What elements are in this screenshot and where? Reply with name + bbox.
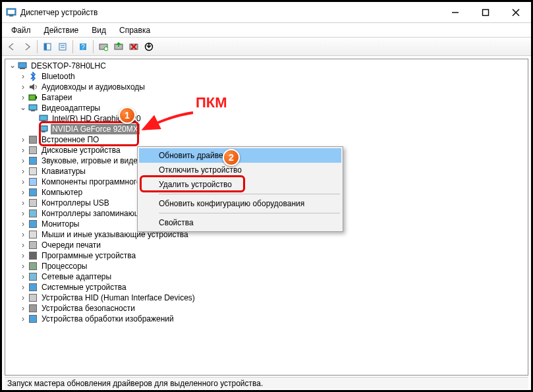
tree-display-adapters[interactable]: Видеоадаптеры (7, 103, 528, 113)
display-icon (28, 103, 38, 113)
expand-icon[interactable] (18, 134, 28, 146)
printer-icon (28, 240, 38, 250)
tree-network-adapters[interactable]: Сетевые адаптеры (7, 271, 528, 282)
expand-icon[interactable] (18, 155, 28, 167)
tree-label: Дисковые устройства (40, 145, 122, 155)
tree-label: Клавиатуры (40, 166, 87, 177)
tree-label: NVIDIA GeForce 920MX (51, 124, 140, 134)
close-button[interactable] (501, 2, 531, 22)
tree-system-devices[interactable]: Системные устройства (7, 282, 528, 293)
system-icon (28, 282, 38, 293)
expand-icon[interactable] (18, 261, 28, 272)
toolbar-sep (37, 40, 38, 53)
tree-batteries[interactable]: Батареи (7, 92, 528, 103)
svg-rect-1 (8, 10, 14, 14)
expand-icon[interactable] (8, 61, 17, 72)
window-controls (440, 2, 531, 22)
expand-icon[interactable] (18, 82, 28, 93)
expand-icon[interactable] (18, 219, 28, 230)
svg-rect-28 (42, 121, 45, 122)
tree-hid[interactable]: Устройства HID (Human Interface Devices) (7, 293, 528, 303)
expand-icon[interactable] (18, 103, 28, 114)
ctx-disable-device[interactable]: Отключить устройство (139, 163, 341, 177)
hid-icon (28, 293, 38, 303)
gear-icon (28, 177, 38, 187)
tree-security-devices[interactable]: Устройства безопасности (7, 303, 528, 314)
svg-rect-25 (29, 105, 37, 110)
tree-bluetooth[interactable]: Bluetooth (7, 71, 528, 82)
ctx-label: Обновить драйвер (159, 151, 227, 160)
svg-point-15 (104, 47, 108, 51)
back-button[interactable] (5, 40, 19, 54)
uninstall-button[interactable] (126, 40, 141, 54)
expand-icon[interactable] (18, 229, 28, 240)
cpu-icon (28, 261, 38, 271)
menubar: Файл Действие Вид Справка (2, 23, 531, 38)
ctx-uninstall-device[interactable]: Удалить устройство (139, 177, 341, 192)
tree-nvidia-gpu[interactable]: NVIDIA GeForce 920MX (7, 124, 528, 134)
expand-icon[interactable] (18, 177, 28, 188)
tree-firmware[interactable]: Встроенное ПО (7, 134, 528, 145)
tree-root[interactable]: DESKTOP-78H0LHC (7, 61, 528, 71)
tree-imaging-devices[interactable]: Устройства обработки изображений (7, 314, 528, 324)
storage-icon (28, 208, 38, 219)
menu-file[interactable]: Файл (5, 24, 38, 36)
ctx-label: Обновить конфигурацию оборудования (159, 199, 304, 208)
svg-rect-22 (20, 68, 25, 69)
expand-icon[interactable] (18, 187, 28, 198)
expand-icon[interactable] (18, 250, 28, 262)
expand-icon[interactable] (18, 198, 28, 209)
tree-label: DESKTOP-78H0LHC (30, 61, 107, 71)
annotation-marker-2: 2 (223, 149, 240, 166)
bluetooth-icon (28, 71, 38, 82)
camera-icon (28, 314, 38, 324)
svg-rect-29 (40, 126, 47, 131)
tree-software-devices[interactable]: Программные устройства (7, 250, 528, 261)
computer-icon (17, 61, 28, 71)
expand-icon[interactable] (18, 71, 28, 82)
security-icon (28, 303, 38, 314)
tree-intel-gpu[interactable]: Intel(R) HD Graphics 520 (7, 113, 528, 124)
svg-rect-8 (44, 43, 47, 50)
ctx-update-driver[interactable]: Обновить драйвер (139, 148, 341, 163)
ctx-properties[interactable]: Свойства (139, 215, 341, 230)
expand-icon[interactable] (18, 314, 28, 325)
menu-view[interactable]: Вид (85, 24, 113, 36)
scan-hardware-button[interactable] (96, 40, 111, 54)
help-button[interactable]: ? (76, 40, 90, 54)
show-hide-tree-button[interactable] (40, 40, 55, 54)
maximize-button[interactable] (470, 2, 501, 22)
toolbar: ? (2, 38, 531, 56)
tree-label: Устройства HID (Human Interface Devices) (40, 293, 196, 303)
display-icon (38, 124, 49, 134)
tree-label: Устройства безопасности (40, 303, 136, 314)
forward-button[interactable] (20, 40, 34, 54)
menu-action[interactable]: Действие (38, 24, 86, 36)
software-icon (28, 250, 38, 261)
expand-icon[interactable] (18, 145, 28, 156)
expand-icon[interactable] (18, 271, 28, 283)
properties-button[interactable] (55, 40, 70, 54)
window-title: Диспетчер устройств (20, 8, 440, 17)
minimize-button[interactable] (440, 2, 470, 22)
update-driver-button[interactable] (111, 40, 126, 54)
expand-icon[interactable] (18, 240, 28, 251)
expand-icon[interactable] (18, 282, 28, 293)
tree-processors[interactable]: Процессоры (7, 261, 528, 271)
expand-icon[interactable] (18, 208, 28, 219)
tree-print-queues[interactable]: Очереди печати (7, 240, 528, 250)
expand-icon[interactable] (18, 166, 28, 177)
disable-button[interactable] (142, 40, 156, 54)
expand-icon[interactable] (18, 303, 28, 314)
tree-label: Системные устройства (40, 282, 128, 293)
battery-icon (28, 92, 38, 103)
expand-icon[interactable] (18, 293, 28, 304)
ctx-rescan-hardware[interactable]: Обновить конфигурацию оборудования (139, 196, 341, 211)
annotation-marker-1: 1 (119, 107, 136, 124)
toolbar-sep (72, 40, 73, 53)
tree-label: Устройства обработки изображений (40, 314, 175, 324)
tree-audio[interactable]: Аудиовходы и аудиовыходы (7, 82, 528, 92)
menu-help[interactable]: Справка (113, 24, 157, 36)
svg-rect-21 (18, 63, 26, 68)
status-bar: Запуск мастера обновления драйверов для … (5, 377, 528, 389)
